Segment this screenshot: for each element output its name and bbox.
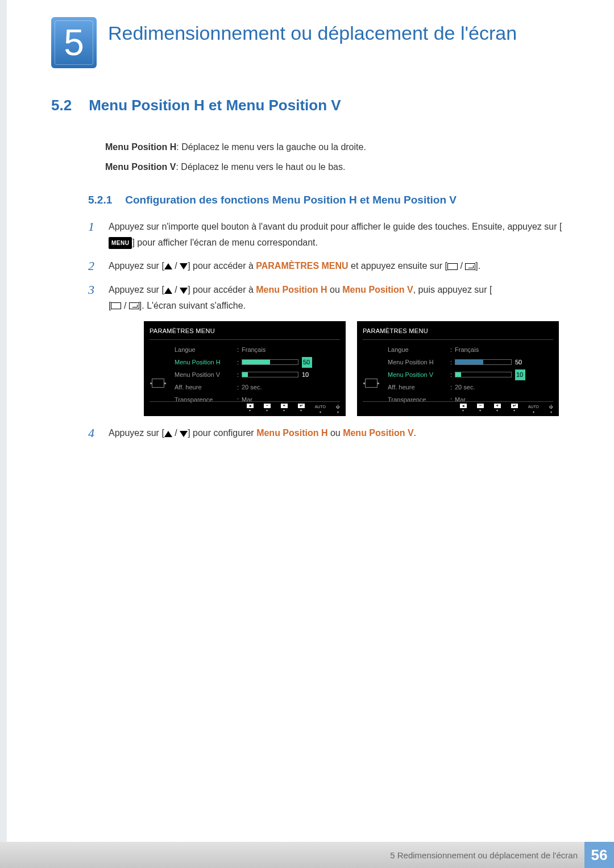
box-icon [111, 302, 121, 309]
t: . [414, 428, 416, 438]
osd-btn-auto: AUTO▾ [528, 404, 539, 414]
osd-bottom-bar: ◂▾ −▾ +▾ ↵▾ AUTO▾ ⏻▾ [150, 401, 340, 414]
t: ]. [475, 261, 480, 271]
t: ]. L'écran suivant s'affiche. [139, 301, 246, 310]
osd-category-icon [152, 379, 164, 388]
t: Appuyez sur [ [109, 285, 164, 294]
menu-button-chip: MENU [109, 237, 132, 249]
step-3: 3 Appuyez sur [ / ] pour accéder à Menu … [88, 282, 563, 313]
t: Appuyez sur n'importe quel bouton à l'av… [109, 222, 562, 231]
osd-list: Langue: Français Menu Position H: 50 Men… [384, 343, 553, 406]
osd-row-langue: Langue: Français [384, 343, 553, 356]
step-text: Appuyez sur [ / ] pour accéder à PARAMÈT… [109, 258, 480, 275]
down-arrow-icon [180, 431, 188, 437]
osd-sidebar [363, 343, 384, 406]
value: 20 sec. [242, 382, 262, 393]
chapter-header: 5 Redimensionnement ou déplacement de l'… [51, 17, 563, 68]
intro-v-line: Menu Position V: Déplacez le menu vers l… [105, 157, 563, 177]
t: ] pour afficher l'écran de menu correspo… [132, 238, 318, 247]
section-heading: 5.2 Menu Position H et Menu Position V [51, 97, 563, 114]
step-4: 4 Appuyez sur [ / ] pour configurer Menu… [88, 425, 563, 442]
enter-icon [465, 263, 475, 270]
intro-h-text: : Déplacez le menu vers la gauche ou la … [176, 142, 366, 152]
mpv-label: Menu Position V [342, 285, 413, 294]
enter-icon [129, 302, 139, 309]
chapter-number-badge: 5 [51, 17, 97, 68]
page-footer: 5 Redimensionnement ou déplacement de l'… [0, 842, 614, 868]
t: et appuyez ensuite sur [ [349, 261, 447, 271]
osd-menu-h: PARAMÈTRES MENU Langue: Français Menu Po… [144, 321, 346, 417]
subsection-heading: 5.2.1 Configuration des fonctions Menu P… [88, 194, 563, 206]
osd-bottom-bar: ◂▾ −▾ +▾ ↵▾ AUTO▾ ⏻▾ [363, 401, 553, 414]
slider-icon [242, 359, 298, 365]
subsection-number: 5.2.1 [88, 194, 122, 206]
up-arrow-icon [164, 288, 172, 294]
value: 20 sec. [455, 382, 475, 393]
osd-btn-back: ◂▾ [247, 404, 254, 414]
t: Appuyez sur [ [109, 428, 164, 438]
t: , puis appuyez sur [ [413, 285, 492, 294]
mph-label: Menu Position H [256, 428, 327, 438]
osd-row-mph: Menu Position H: 50 [171, 356, 340, 368]
step-number: 1 [88, 219, 98, 250]
osd-btn-enter: ↵▾ [298, 404, 305, 414]
value: 50 [515, 357, 525, 368]
intro-v-text: : Déplacez le menu vers le haut ou le ba… [176, 162, 345, 172]
label: Langue [175, 344, 237, 355]
osd-list: Langue: Français Menu Position H: 50 Men… [171, 343, 340, 406]
up-arrow-icon [164, 263, 172, 269]
osd-screenshot-pair: PARAMÈTRES MENU Langue: Français Menu Po… [144, 321, 563, 417]
intro-h-label: Menu Position H [105, 142, 176, 152]
osd-row-mph: Menu Position H: 50 [384, 356, 553, 368]
step-text: Appuyez sur [ / ] pour configurer Menu P… [109, 425, 416, 442]
osd-btn-enter: ↵▾ [511, 404, 518, 414]
intro-block: Menu Position H: Déplacez le menu vers l… [105, 137, 563, 177]
t: Appuyez sur [ [109, 261, 164, 271]
step-1: 1 Appuyez sur n'importe quel bouton à l'… [88, 219, 563, 250]
label: Menu Position H [175, 357, 237, 368]
step-number: 3 [88, 282, 98, 313]
label: Menu Position H [388, 357, 450, 368]
t: ] pour accéder à [188, 261, 256, 271]
t: ] pour configurer [188, 428, 256, 438]
osd-btn-auto: AUTO▾ [315, 404, 326, 414]
slider-icon [455, 359, 512, 365]
footer-text: 5 Redimensionnement ou déplacement de l'… [390, 850, 584, 860]
value: 10 [302, 369, 312, 380]
osd-btn-power: ⏻▾ [336, 404, 340, 414]
osd-row-mpv: Menu Position V: 10 [384, 368, 553, 381]
osd-row-mpv: Menu Position V: 10 [171, 368, 340, 381]
chapter-title: Redimensionnement ou déplacement de l'éc… [108, 17, 517, 45]
up-arrow-icon [164, 431, 172, 437]
steps-list: 1 Appuyez sur n'importe quel bouton à l'… [88, 219, 563, 442]
page-number: 56 [584, 842, 614, 868]
step-number: 4 [88, 425, 98, 442]
page-content: 5 Redimensionnement ou déplacement de l'… [0, 0, 614, 868]
box-icon [447, 263, 458, 270]
osd-row-aff: Aff. heure: 20 sec. [384, 381, 553, 393]
down-arrow-icon [180, 288, 188, 294]
label: Menu Position V [388, 369, 450, 380]
value: 10 [515, 369, 525, 380]
t: ou [327, 285, 343, 294]
osd-btn-minus: −▾ [264, 404, 271, 414]
param-label: PARAMÈTRES MENU [256, 261, 348, 271]
osd-btn-back: ◂▾ [460, 404, 467, 414]
step-text: Appuyez sur [ / ] pour accéder à Menu Po… [109, 282, 492, 313]
osd-title: PARAMÈTRES MENU [150, 326, 340, 340]
value: Français [455, 344, 479, 355]
down-arrow-icon [180, 263, 188, 269]
osd-row-aff: Aff. heure: 20 sec. [171, 381, 340, 393]
step-number: 2 [88, 258, 98, 275]
t: ou [327, 428, 343, 438]
slider-icon [242, 372, 298, 377]
label: Menu Position V [175, 369, 237, 380]
t: ] pour accéder à [188, 285, 256, 294]
step-2: 2 Appuyez sur [ / ] pour accéder à PARAM… [88, 258, 563, 275]
osd-menu-v: PARAMÈTRES MENU Langue: Français Menu Po… [357, 321, 559, 417]
intro-h-line: Menu Position H: Déplacez le menu vers l… [105, 137, 563, 157]
osd-title: PARAMÈTRES MENU [363, 326, 553, 340]
label: Aff. heure [388, 382, 450, 393]
osd-btn-plus: +▾ [494, 404, 501, 414]
osd-btn-plus: +▾ [281, 404, 288, 414]
